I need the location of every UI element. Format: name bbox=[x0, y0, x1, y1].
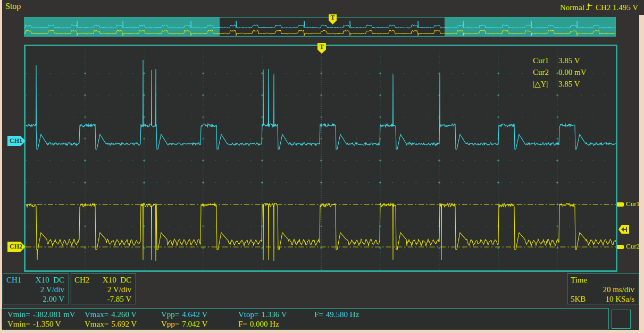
cursor2-marker[interactable] bbox=[617, 245, 624, 249]
trigger-mode-label: Normal bbox=[560, 3, 584, 12]
meas-ch1-vpp: Vpp=4.642 V bbox=[161, 310, 207, 319]
trigger-slope-icon bbox=[585, 2, 593, 11]
meas-ch2-vmin: Vmin=-1.350 V bbox=[7, 319, 61, 329]
meas-ch1-vtop-value: 1.336 V bbox=[261, 310, 287, 319]
grid-crosses bbox=[84, 72, 558, 249]
meas-ch1-vtop: Vtop=1.336 V bbox=[238, 310, 287, 319]
meas-ch2-vpp: Vpp=7.042 V bbox=[161, 319, 207, 329]
ch2-info-row1: CH2 X10 DC bbox=[71, 275, 136, 285]
cursor1-readout-row: Cur13.85 V bbox=[533, 55, 613, 66]
cursor2-readout-row: Cur20.00 mV bbox=[533, 66, 613, 78]
frame-edge-left bbox=[0, 0, 2, 330]
timebase-title: Time bbox=[571, 275, 587, 285]
trigger-level-marker[interactable] bbox=[618, 225, 629, 234]
ch1-probe-coupling: X10 DC bbox=[36, 275, 64, 285]
frame-edge-bottom bbox=[0, 330, 644, 333]
cursor-readout: Cur13.85 V Cur20.00 mV |△Y|3.85 V bbox=[533, 55, 613, 90]
delta-y-value: 3.85 V bbox=[558, 80, 580, 88]
ch1-info-name: CH1 bbox=[6, 275, 21, 285]
timebase-scale: 20 ms/div bbox=[603, 285, 634, 294]
waveform-display bbox=[24, 45, 617, 272]
meas-ch2-vpp-label: Vpp= bbox=[161, 319, 179, 329]
waveform-overview-strip[interactable] bbox=[24, 17, 616, 37]
cursor1-marker[interactable] bbox=[617, 202, 624, 207]
cursor1-marker-label: Cur1 bbox=[626, 200, 640, 208]
ch1-info-row1: CH1 X10 DC bbox=[3, 275, 69, 285]
ch1-scale: 2 V/div bbox=[40, 285, 64, 294]
cursor1-label: Cur1 bbox=[533, 55, 558, 66]
meas-ch2-vmax-value: 5.692 V bbox=[111, 319, 137, 329]
trigger-source-level: CH2 1.495 V bbox=[596, 3, 638, 12]
delta-y-readout-row: |△Y|3.85 V bbox=[533, 78, 613, 90]
meas-ch2-vmax: Vmax=5.692 V bbox=[85, 319, 137, 329]
timebase-info-box[interactable]: Time 20 ms/div 5KB 10 KSa/s bbox=[567, 274, 639, 304]
ch2-info-box[interactable]: CH2 X10 DC 2 V/div -7.85 V bbox=[71, 274, 136, 304]
waveform-display-svg bbox=[26, 46, 616, 270]
menu-placeholder-box bbox=[612, 310, 631, 329]
cursor2-value: 0.00 mV bbox=[558, 68, 587, 76]
cursor2-marker-label: Cur2 bbox=[626, 243, 640, 250]
ch2-info-row3: -7.85 V bbox=[71, 294, 136, 304]
meas-ch1-vmin-value: -382.081 mV bbox=[33, 310, 76, 319]
ch1-position-marker[interactable]: CH1 bbox=[7, 136, 26, 146]
meas-ch1-vmax-value: 4.260 V bbox=[111, 310, 137, 319]
meas-ch2-freq-value: 0.000 Hz bbox=[250, 319, 279, 329]
delta-y-label: |△Y| bbox=[533, 78, 558, 90]
meas-ch2-vmin-value: -1.350 V bbox=[33, 319, 61, 329]
ch2-probe-coupling: X10 DC bbox=[103, 275, 131, 285]
ch1-info-row2: 2 V/div bbox=[3, 285, 69, 294]
meas-ch1-vmax: Vmax=4.260 V bbox=[85, 310, 137, 319]
meas-ch2-freq-label: F= bbox=[238, 319, 247, 329]
meas-ch1-vtop-label: Vtop= bbox=[238, 310, 258, 319]
overview-waveforms bbox=[24, 18, 615, 36]
acquisition-status: Stop bbox=[5, 2, 21, 11]
meas-ch1-vmin-label: Vmin= bbox=[7, 310, 30, 319]
meas-ch2-vmax-label: Vmax= bbox=[85, 319, 108, 329]
ch1-offset: 2.00 V bbox=[43, 294, 64, 304]
oscilloscope-screen: Stop Normal CH2 1.495 V T T Cur13.85 V C… bbox=[0, 0, 644, 333]
meas-ch1-freq-value: 49.580 Hz bbox=[326, 310, 359, 319]
trigger-level-arrow-icon bbox=[618, 225, 629, 234]
frame-edge-right bbox=[639, 15, 644, 333]
ch1-info-box[interactable]: CH1 X10 DC 2 V/div 2.00 V bbox=[3, 274, 69, 304]
meas-ch1-vmin: Vmin=-382.081 mV bbox=[7, 310, 76, 319]
ch2-offset: -7.85 V bbox=[107, 294, 131, 304]
meas-ch2-vmin-label: Vmin= bbox=[7, 319, 30, 329]
meas-ch2-freq: F=0.000 Hz bbox=[238, 319, 279, 329]
cursor1-value: 3.85 V bbox=[558, 56, 580, 65]
timebase-row3: 5KB 10 KSa/s bbox=[567, 294, 639, 304]
meas-ch1-freq: F=49.580 Hz bbox=[314, 310, 359, 319]
timebase-row2: 20 ms/div bbox=[567, 285, 639, 294]
meas-ch1-vpp-value: 4.642 V bbox=[182, 310, 207, 319]
ch2-scale: 2 V/div bbox=[107, 285, 131, 294]
ch2-position-marker[interactable]: CH2 bbox=[7, 242, 26, 252]
measurements-bar: Vmin=-382.081 mV Vmax=4.260 V Vpp=4.642 … bbox=[2, 308, 609, 329]
meas-ch1-freq-label: F= bbox=[314, 310, 323, 319]
ch1-info-row3: 2.00 V bbox=[3, 294, 69, 304]
cursor2-label: Cur2 bbox=[533, 66, 558, 78]
meas-ch1-vmax-label: Vmax= bbox=[85, 310, 108, 319]
ch2-info-name: CH2 bbox=[74, 275, 89, 285]
timebase-memory: 5KB bbox=[571, 294, 586, 304]
meas-ch1-vpp-label: Vpp= bbox=[161, 310, 179, 319]
rising-edge-arrow-svg bbox=[585, 2, 593, 11]
timebase-sample-rate: 10 KSa/s bbox=[605, 294, 634, 304]
ch2-info-row2: 2 V/div bbox=[71, 285, 136, 294]
timebase-row1: Time bbox=[567, 275, 639, 285]
meas-ch2-vpp-value: 7.042 V bbox=[182, 319, 207, 329]
